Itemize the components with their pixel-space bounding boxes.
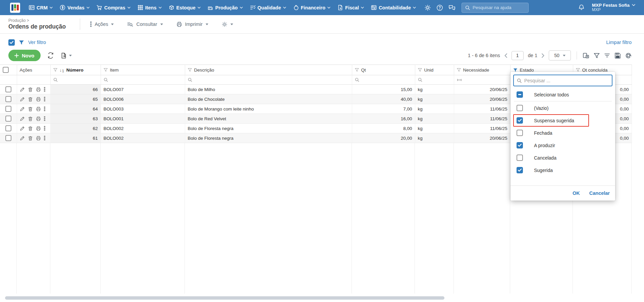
help-icon[interactable] (436, 4, 443, 11)
kebab-icon[interactable] (44, 87, 45, 92)
estado-option-a-produzir[interactable]: A produzir (513, 139, 612, 152)
estado-option-selecionar-todos[interactable]: Selecionar todos (513, 88, 612, 101)
kebab-icon[interactable] (44, 136, 45, 140)
filter-funnel-icon[interactable] (19, 40, 24, 45)
filter-builder-icon[interactable] (594, 53, 600, 58)
checkbox-checked[interactable] (517, 142, 523, 148)
col-header-numero[interactable]: ↓1 Número (50, 65, 101, 75)
limpar-filtro-link[interactable]: Limpar filtro (606, 40, 632, 45)
page-number-input[interactable] (512, 51, 524, 60)
gear-icon[interactable] (424, 4, 431, 11)
next-page-icon[interactable] (542, 53, 544, 58)
ver-filtro-link[interactable]: Ver filtro (28, 40, 46, 45)
filter-row-toggle-icon[interactable] (604, 53, 610, 58)
refresh-icon[interactable] (47, 52, 54, 59)
estado-option-cancelada[interactable]: Cancelada (513, 152, 612, 164)
save-layout-icon[interactable] (614, 52, 621, 59)
estado-filter-search-input[interactable] (524, 78, 601, 83)
menu-vendas[interactable]: Vendas (60, 5, 90, 10)
delete-icon[interactable] (28, 106, 33, 112)
col-header-necessidade[interactable]: Necessidade (454, 65, 510, 75)
menu-fiscal[interactable]: Fiscal (337, 5, 364, 10)
print-icon[interactable] (36, 87, 41, 92)
help-search-input[interactable] (473, 5, 523, 10)
estado-option-vazio[interactable]: (Vazio) (513, 102, 612, 114)
cancel-button[interactable]: Cancelar (589, 190, 610, 196)
col-header-unid[interactable]: Unid (415, 65, 454, 75)
menu-compras[interactable]: Compras (97, 5, 130, 10)
kebab-icon[interactable] (44, 106, 45, 111)
edit-icon[interactable] (20, 116, 25, 121)
column-chooser-icon[interactable] (583, 52, 589, 59)
search-descricao[interactable] (185, 75, 352, 85)
delete-icon[interactable] (28, 97, 33, 102)
novo-button[interactable]: Novo (8, 50, 41, 61)
delete-icon[interactable] (28, 126, 33, 131)
checkbox-unchecked[interactable] (517, 105, 523, 111)
horizontal-scrollbar-thumb[interactable] (5, 296, 444, 300)
menu-qualidade[interactable]: Qualidade (250, 5, 286, 10)
search-item[interactable] (101, 75, 185, 85)
kebab-icon[interactable] (44, 97, 45, 101)
cell-necessidade: 11/06/25 (454, 114, 510, 124)
search-numero[interactable] (50, 75, 101, 85)
checkbox-unchecked[interactable] (517, 155, 523, 161)
menu-itens[interactable]: Itens (138, 5, 162, 10)
search-necessidade[interactable] (454, 75, 510, 85)
col-header-qt[interactable]: Qt (352, 65, 415, 75)
reset-layout-icon[interactable] (625, 52, 632, 59)
menu-financeiro[interactable]: Financeiro (293, 5, 330, 10)
estado-option-suspensa-sugerida[interactable]: Suspensa sugerida (513, 114, 589, 127)
imprimir-menu-button[interactable]: Imprimir (176, 21, 208, 27)
app-logo[interactable] (10, 3, 20, 13)
print-icon[interactable] (36, 126, 41, 131)
checkbox-unchecked[interactable] (517, 130, 523, 136)
kebab-icon[interactable] (44, 126, 45, 131)
checkbox-indeterminate[interactable] (517, 91, 523, 98)
edit-icon[interactable] (20, 87, 25, 92)
select-all-checkbox[interactable] (3, 67, 9, 73)
acoes-menu-button[interactable]: Ações (90, 21, 114, 27)
edit-icon[interactable] (20, 97, 25, 102)
row-checkbox[interactable] (5, 86, 11, 92)
search-qt[interactable] (352, 75, 415, 85)
breadcrumb[interactable]: Produção > (8, 18, 66, 23)
print-icon[interactable] (36, 116, 41, 121)
print-icon[interactable] (36, 136, 41, 141)
menu-crm[interactable]: CRM (29, 5, 53, 10)
page-size-select[interactable]: 50 (549, 50, 571, 60)
col-header-descricao[interactable]: Descrição (185, 65, 352, 75)
row-checkbox[interactable] (5, 96, 11, 102)
edit-icon[interactable] (20, 126, 25, 131)
filter-toggle-checkbox[interactable] (8, 39, 15, 46)
delete-icon[interactable] (28, 116, 33, 121)
edit-icon[interactable] (20, 136, 25, 141)
search-unid[interactable] (415, 75, 454, 85)
grid-settings-button[interactable] (222, 21, 233, 27)
estado-option-sugerida[interactable]: Sugerida (513, 164, 612, 176)
row-checkbox[interactable] (5, 116, 11, 122)
ok-button[interactable]: OK (573, 190, 580, 196)
edit-icon[interactable] (20, 106, 25, 112)
chat-icon[interactable] (448, 4, 455, 11)
checkbox-checked[interactable] (517, 167, 523, 173)
col-header-item[interactable]: Item (101, 65, 185, 75)
menu-contabilidade[interactable]: Contabilidade (371, 5, 416, 10)
user-menu[interactable]: MXP Festas Sofia MXP (592, 3, 635, 12)
menu-producao[interactable]: Produção (208, 5, 243, 10)
row-checkbox[interactable] (5, 125, 11, 131)
row-checkbox[interactable] (5, 106, 11, 112)
estado-option-fechada[interactable]: Fechada (513, 127, 612, 139)
print-icon[interactable] (36, 106, 41, 112)
consultar-menu-button[interactable]: Consultar (127, 21, 163, 27)
bell-icon[interactable] (578, 4, 585, 11)
prev-page-icon[interactable] (504, 53, 507, 58)
delete-icon[interactable] (28, 87, 33, 92)
checkbox-checked[interactable] (517, 117, 523, 124)
print-icon[interactable] (36, 97, 41, 102)
row-checkbox[interactable] (5, 135, 11, 141)
delete-icon[interactable] (28, 136, 33, 141)
menu-estoque[interactable]: Estoque (169, 5, 201, 10)
kebab-icon[interactable] (44, 116, 45, 121)
export-icon[interactable] (61, 52, 72, 59)
